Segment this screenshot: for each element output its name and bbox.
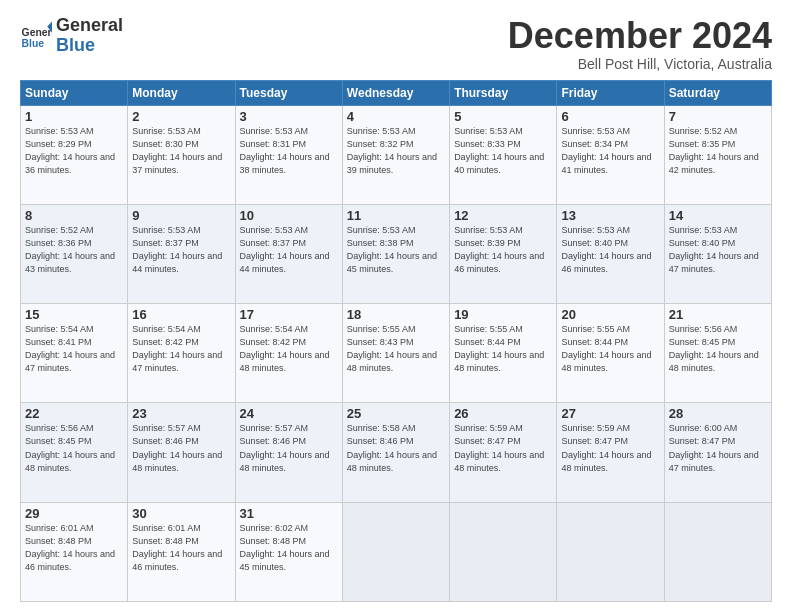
calendar-cell: 26Sunrise: 5:59 AMSunset: 8:47 PMDayligh… (450, 403, 557, 502)
day-number: 18 (347, 307, 445, 322)
logo-line2: Blue (56, 36, 123, 56)
header-day-friday: Friday (557, 80, 664, 105)
week-row-3: 15Sunrise: 5:54 AMSunset: 8:41 PMDayligh… (21, 304, 772, 403)
calendar-cell: 27Sunrise: 5:59 AMSunset: 8:47 PMDayligh… (557, 403, 664, 502)
day-number: 7 (669, 109, 767, 124)
day-number: 10 (240, 208, 338, 223)
day-number: 16 (132, 307, 230, 322)
calendar-cell: 14Sunrise: 5:53 AMSunset: 8:40 PMDayligh… (664, 204, 771, 303)
day-number: 22 (25, 406, 123, 421)
calendar-cell (342, 502, 449, 601)
calendar-cell: 17Sunrise: 5:54 AMSunset: 8:42 PMDayligh… (235, 304, 342, 403)
day-number: 1 (25, 109, 123, 124)
week-row-1: 1Sunrise: 5:53 AMSunset: 8:29 PMDaylight… (21, 105, 772, 204)
day-number: 27 (561, 406, 659, 421)
day-number: 24 (240, 406, 338, 421)
day-info: Sunrise: 5:59 AMSunset: 8:47 PMDaylight:… (454, 422, 552, 474)
week-row-5: 29Sunrise: 6:01 AMSunset: 8:48 PMDayligh… (21, 502, 772, 601)
day-number: 12 (454, 208, 552, 223)
header: General Blue General Blue December 2024 … (20, 16, 772, 72)
day-info: Sunrise: 6:01 AMSunset: 8:48 PMDaylight:… (132, 522, 230, 574)
day-number: 19 (454, 307, 552, 322)
calendar-cell: 15Sunrise: 5:54 AMSunset: 8:41 PMDayligh… (21, 304, 128, 403)
calendar-body: 1Sunrise: 5:53 AMSunset: 8:29 PMDaylight… (21, 105, 772, 601)
calendar-cell: 7Sunrise: 5:52 AMSunset: 8:35 PMDaylight… (664, 105, 771, 204)
calendar-cell: 4Sunrise: 5:53 AMSunset: 8:32 PMDaylight… (342, 105, 449, 204)
day-number: 11 (347, 208, 445, 223)
calendar-cell: 21Sunrise: 5:56 AMSunset: 8:45 PMDayligh… (664, 304, 771, 403)
day-info: Sunrise: 5:52 AMSunset: 8:36 PMDaylight:… (25, 224, 123, 276)
day-info: Sunrise: 5:56 AMSunset: 8:45 PMDaylight:… (25, 422, 123, 474)
day-number: 4 (347, 109, 445, 124)
calendar-cell (557, 502, 664, 601)
title-block: December 2024 Bell Post Hill, Victoria, … (508, 16, 772, 72)
calendar-cell (664, 502, 771, 601)
day-number: 31 (240, 506, 338, 521)
day-number: 8 (25, 208, 123, 223)
calendar-cell: 11Sunrise: 5:53 AMSunset: 8:38 PMDayligh… (342, 204, 449, 303)
calendar-cell (450, 502, 557, 601)
calendar-cell: 25Sunrise: 5:58 AMSunset: 8:46 PMDayligh… (342, 403, 449, 502)
location-subtitle: Bell Post Hill, Victoria, Australia (508, 56, 772, 72)
month-title: December 2024 (508, 16, 772, 56)
calendar-cell: 22Sunrise: 5:56 AMSunset: 8:45 PMDayligh… (21, 403, 128, 502)
day-info: Sunrise: 5:53 AMSunset: 8:34 PMDaylight:… (561, 125, 659, 177)
day-info: Sunrise: 5:57 AMSunset: 8:46 PMDaylight:… (132, 422, 230, 474)
calendar-cell: 29Sunrise: 6:01 AMSunset: 8:48 PMDayligh… (21, 502, 128, 601)
day-info: Sunrise: 5:59 AMSunset: 8:47 PMDaylight:… (561, 422, 659, 474)
header-day-tuesday: Tuesday (235, 80, 342, 105)
calendar-cell: 5Sunrise: 5:53 AMSunset: 8:33 PMDaylight… (450, 105, 557, 204)
calendar-cell: 23Sunrise: 5:57 AMSunset: 8:46 PMDayligh… (128, 403, 235, 502)
calendar-cell: 10Sunrise: 5:53 AMSunset: 8:37 PMDayligh… (235, 204, 342, 303)
day-number: 13 (561, 208, 659, 223)
calendar-cell: 9Sunrise: 5:53 AMSunset: 8:37 PMDaylight… (128, 204, 235, 303)
day-number: 2 (132, 109, 230, 124)
header-day-saturday: Saturday (664, 80, 771, 105)
logo-line1: General (56, 16, 123, 36)
day-number: 20 (561, 307, 659, 322)
day-number: 14 (669, 208, 767, 223)
day-number: 29 (25, 506, 123, 521)
day-info: Sunrise: 5:53 AMSunset: 8:37 PMDaylight:… (132, 224, 230, 276)
day-info: Sunrise: 5:53 AMSunset: 8:29 PMDaylight:… (25, 125, 123, 177)
day-info: Sunrise: 5:53 AMSunset: 8:38 PMDaylight:… (347, 224, 445, 276)
day-info: Sunrise: 5:54 AMSunset: 8:42 PMDaylight:… (240, 323, 338, 375)
logo: General Blue General Blue (20, 16, 123, 56)
header-day-sunday: Sunday (21, 80, 128, 105)
day-number: 30 (132, 506, 230, 521)
day-info: Sunrise: 5:53 AMSunset: 8:31 PMDaylight:… (240, 125, 338, 177)
day-info: Sunrise: 5:54 AMSunset: 8:42 PMDaylight:… (132, 323, 230, 375)
calendar-cell: 20Sunrise: 5:55 AMSunset: 8:44 PMDayligh… (557, 304, 664, 403)
day-number: 9 (132, 208, 230, 223)
day-number: 6 (561, 109, 659, 124)
day-info: Sunrise: 5:53 AMSunset: 8:40 PMDaylight:… (561, 224, 659, 276)
day-info: Sunrise: 5:54 AMSunset: 8:41 PMDaylight:… (25, 323, 123, 375)
day-info: Sunrise: 5:53 AMSunset: 8:40 PMDaylight:… (669, 224, 767, 276)
header-day-wednesday: Wednesday (342, 80, 449, 105)
calendar-cell: 6Sunrise: 5:53 AMSunset: 8:34 PMDaylight… (557, 105, 664, 204)
svg-text:General: General (22, 27, 52, 38)
day-info: Sunrise: 6:00 AMSunset: 8:47 PMDaylight:… (669, 422, 767, 474)
logo-icon: General Blue (20, 20, 52, 52)
page: General Blue General Blue December 2024 … (0, 0, 792, 612)
calendar-cell: 2Sunrise: 5:53 AMSunset: 8:30 PMDaylight… (128, 105, 235, 204)
day-info: Sunrise: 5:55 AMSunset: 8:44 PMDaylight:… (454, 323, 552, 375)
day-info: Sunrise: 5:56 AMSunset: 8:45 PMDaylight:… (669, 323, 767, 375)
header-row: SundayMondayTuesdayWednesdayThursdayFrid… (21, 80, 772, 105)
day-number: 5 (454, 109, 552, 124)
calendar-table: SundayMondayTuesdayWednesdayThursdayFrid… (20, 80, 772, 602)
day-info: Sunrise: 6:02 AMSunset: 8:48 PMDaylight:… (240, 522, 338, 574)
day-info: Sunrise: 5:53 AMSunset: 8:33 PMDaylight:… (454, 125, 552, 177)
calendar-cell: 31Sunrise: 6:02 AMSunset: 8:48 PMDayligh… (235, 502, 342, 601)
calendar-cell: 24Sunrise: 5:57 AMSunset: 8:46 PMDayligh… (235, 403, 342, 502)
day-number: 15 (25, 307, 123, 322)
day-number: 23 (132, 406, 230, 421)
day-number: 28 (669, 406, 767, 421)
day-info: Sunrise: 5:57 AMSunset: 8:46 PMDaylight:… (240, 422, 338, 474)
day-number: 3 (240, 109, 338, 124)
day-info: Sunrise: 6:01 AMSunset: 8:48 PMDaylight:… (25, 522, 123, 574)
svg-text:Blue: Blue (22, 38, 45, 49)
header-day-monday: Monday (128, 80, 235, 105)
day-info: Sunrise: 5:53 AMSunset: 8:39 PMDaylight:… (454, 224, 552, 276)
day-number: 25 (347, 406, 445, 421)
